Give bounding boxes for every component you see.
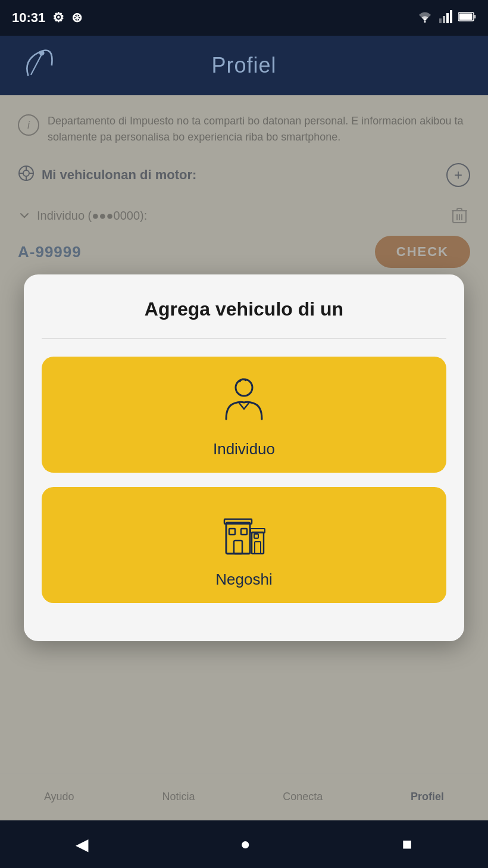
svg-point-0	[424, 21, 426, 23]
svg-rect-24	[241, 529, 247, 535]
android-nav: ◀ ● ■	[0, 820, 488, 868]
home-button[interactable]: ●	[240, 835, 251, 854]
status-bar: 10:31 ⚙ ⊛	[0, 0, 488, 36]
wifi-icon	[417, 10, 433, 26]
svg-rect-6	[474, 15, 476, 18]
battery-icon	[458, 11, 476, 24]
modal-divider	[42, 338, 446, 339]
svg-point-19	[236, 379, 252, 396]
status-time: 10:31	[12, 10, 45, 26]
svg-rect-27	[255, 542, 261, 554]
app-title: Profiel	[211, 53, 276, 78]
svg-rect-21	[224, 519, 252, 524]
individuo-option[interactable]: Individuo	[42, 357, 446, 473]
svg-rect-2	[443, 16, 445, 23]
main-content: i Departamento di Impuesto no ta compart…	[0, 95, 488, 820]
modal-overlay: Agrega vehiculo di un Indi	[0, 95, 488, 820]
recent-button[interactable]: ■	[402, 835, 412, 854]
svg-rect-7	[459, 14, 473, 20]
svg-point-8	[39, 51, 45, 56]
negoshi-option[interactable]: Negoshi	[42, 487, 446, 603]
svg-rect-3	[446, 13, 449, 23]
building-icon	[217, 505, 271, 561]
at-icon: ⊛	[71, 10, 82, 26]
svg-rect-4	[450, 10, 452, 23]
add-vehicle-modal: Agrega vehiculo di un Indi	[24, 274, 464, 641]
app-header: Profiel	[0, 36, 488, 95]
svg-rect-23	[229, 529, 235, 535]
gear-icon: ⚙	[52, 10, 64, 26]
svg-rect-22	[234, 541, 242, 554]
app-logo	[18, 45, 60, 86]
individuo-label: Individuo	[213, 440, 275, 458]
svg-rect-1	[439, 18, 442, 23]
signal-icon	[439, 10, 452, 26]
modal-title: Agrega vehiculo di un	[42, 298, 446, 320]
person-icon	[217, 374, 271, 430]
svg-rect-28	[254, 534, 258, 538]
svg-rect-20	[226, 523, 250, 554]
negoshi-label: Negoshi	[215, 570, 272, 589]
back-button[interactable]: ◀	[76, 835, 89, 854]
